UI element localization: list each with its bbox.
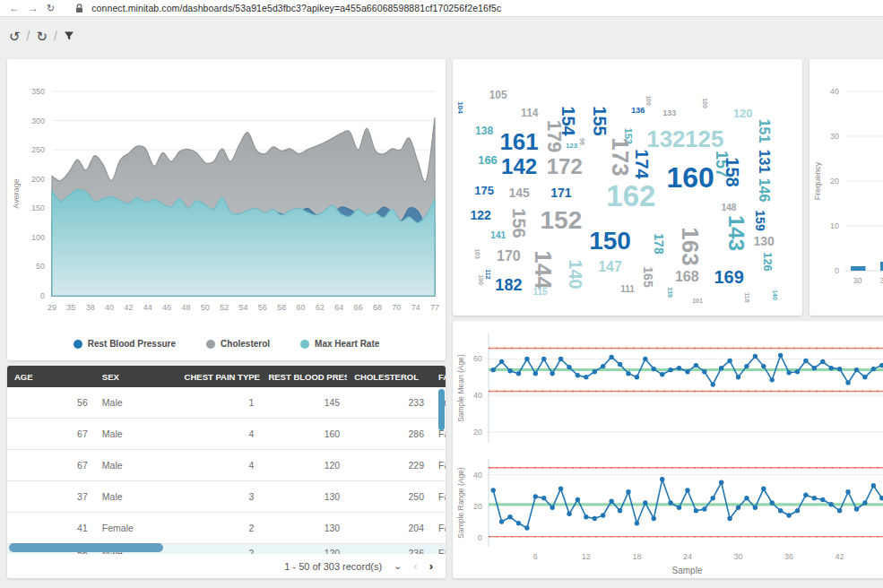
toolbar-separator: / [54,29,57,43]
table-cell: 120 [261,460,347,471]
wordcloud-word[interactable]: 122 [471,209,491,221]
wordcloud-word[interactable]: 169 [714,268,743,286]
wordcloud-word[interactable]: 101 [692,297,703,303]
wordcloud-word[interactable]: 103 [474,249,480,260]
wordcloud-word[interactable]: 172 [547,156,583,177]
refresh-icon[interactable]: ↻ [36,30,48,43]
wordcloud-word[interactable]: 115 [532,288,547,297]
wordcloud-word[interactable]: 126 [762,252,774,272]
data-table-panel[interactable]: AGESEXCHEST PAIN TYPEREST BLOOD PRESS...… [7,366,446,578]
wordcloud-word[interactable]: 142 [501,156,537,177]
table-header-cell[interactable]: FAS... [431,372,446,382]
frequency-histogram-panel[interactable]: 010203040Frequency303438 [809,59,883,316]
xbar-r-chart-panel[interactable]: 204060Sample Mean (Age) 02040Sample Rang… [453,321,883,578]
sample-mean-chart[interactable]: 204060Sample Mean (Age) [453,324,883,450]
filter-icon[interactable] [64,30,74,43]
wordcloud-word[interactable]: 155 [591,106,609,135]
url-text[interactable]: connect.minitab.com/dashboards/53a91e5d3… [91,3,501,13]
wordcloud-word[interactable]: 174 [633,150,651,179]
wordcloud-word[interactable]: 173 [609,137,632,176]
wordcloud-word[interactable]: 175 [474,184,494,195]
wordcloud-word[interactable]: 133 [662,109,676,117]
wordcloud-word[interactable]: 171 [550,186,571,199]
wordcloud-word[interactable]: 158 [723,157,741,186]
table-header-cell[interactable]: REST BLOOD PRESS... [261,372,347,382]
wordcloud-word[interactable]: 163 [679,227,702,265]
history-icon[interactable]: ↺ [9,30,21,43]
back-icon[interactable]: ← [9,3,20,13]
wordcloud-word[interactable]: 96 [579,138,585,145]
wordcloud-word[interactable]: 112 [485,270,491,280]
wordcloud-word[interactable]: 182 [495,277,522,293]
wordcloud-word[interactable]: 120 [733,108,753,119]
wordcloud-word[interactable]: 100 [645,95,652,106]
svg-text:40: 40 [473,391,482,400]
legend-item[interactable]: Rest Blood Pressure [74,339,176,349]
wordcloud-word[interactable]: 156 [510,208,528,238]
wordcloud-word[interactable]: 140 [567,260,584,290]
table-header-cell[interactable]: SEX [95,372,177,382]
wordcloud-word[interactable]: 166 [478,153,498,165]
wordcloud-word[interactable]: 114 [521,108,538,118]
wordcloud-word[interactable]: 161 [499,130,538,153]
table-header-cell[interactable]: AGE [7,372,95,382]
table-cell: 3 [177,491,262,502]
wordcloud-word[interactable]: 160 [666,163,714,192]
previous-page-icon[interactable]: ‹ [413,559,417,573]
wordcloud-word[interactable]: 111 [620,285,635,294]
wordcloud-word[interactable]: 138 [475,125,493,136]
svg-text:350: 350 [31,87,45,96]
table-row[interactable]: 56Male1145233Tr [7,387,446,419]
wordcloud-word[interactable]: 148 [722,203,737,212]
sample-range-chart[interactable]: 02040Sample Range (Age)6121824303642Samp… [453,450,883,577]
wordcloud-word[interactable]: 131 [757,150,771,174]
forward-icon[interactable]: → [28,3,39,13]
reload-icon[interactable]: ↻ [47,4,55,13]
table-row[interactable]: 41Female2130204Fa [7,513,446,544]
wordcloud-word[interactable]: 132 [646,127,685,151]
average-area-chart-panel[interactable]: 050100150200250300350Average293538404244… [7,59,446,360]
wordcloud-word[interactable]: 140 [771,290,777,300]
table-header-cell[interactable]: CHOLESTEROL [347,372,431,382]
wordcloud-word[interactable]: 152 [541,208,583,233]
wordcloud-word[interactable]: 143 [725,215,747,251]
table-row[interactable]: 67Male4160286Fa [7,419,446,450]
wordcloud-word[interactable]: 136 [631,107,645,115]
next-page-icon[interactable]: › [429,559,433,573]
area-chart[interactable]: 050100150200250300350Average293538404244… [7,59,446,333]
wordcloud-word[interactable]: 147 [598,260,622,274]
wordcloud-word[interactable]: 141 [490,231,506,240]
page-size-dropdown-icon[interactable]: ⌄ [394,560,402,572]
wordcloud-word[interactable]: 105 [489,90,507,100]
legend-item[interactable]: Cholesterol [206,339,270,349]
wordcloud-word[interactable]: 125 [685,127,723,151]
wordcloud-word[interactable]: 159 [754,210,766,230]
legend-item[interactable]: Max Heart Rate [300,339,379,349]
wordcloud-word[interactable]: 104 [456,102,463,114]
wordcloud-word[interactable]: 178 [653,233,665,254]
wordcloud-word[interactable]: 145 [508,186,529,199]
wordcloud-word[interactable]: 146 [757,178,771,203]
wordcloud-word[interactable]: 123 [566,143,577,150]
wordcloud-word[interactable]: 100 [478,274,484,285]
wordcloud-word[interactable]: 170 [497,249,521,264]
histogram-chart[interactable]: 010203040Frequency303438 [809,59,883,312]
table-row[interactable]: 37Male3130250Fa [7,481,446,513]
wordcloud-word[interactable]: 116 [743,292,749,302]
table-header-cell[interactable]: CHEST PAIN TYPE [177,372,262,382]
age-wordcloud-panel[interactable]: 1041051141381611791549612315515317317413… [453,59,802,316]
wordcloud-word[interactable]: 139 [666,287,672,298]
wordcloud-word[interactable]: 150 [589,229,631,254]
wordcloud-word[interactable]: 144 [532,250,555,289]
wordcloud-word[interactable]: 162 [606,180,655,210]
horizontal-scrollbar-thumb[interactable] [9,543,163,552]
wordcloud-word[interactable]: 168 [675,270,699,284]
wordcloud-word[interactable]: 151 [757,119,771,143]
table-row[interactable]: 67Male4120229Fa [7,450,446,481]
wordcloud-word[interactable]: 165 [642,266,654,287]
wordcloud-word[interactable]: 130 [753,235,774,247]
wordcloud-word[interactable]: 154 [559,106,577,135]
vertical-scrollbar-thumb[interactable] [438,389,445,430]
wordcloud-word[interactable]: 100 [701,98,707,108]
svg-text:Sample Mean (Age): Sample Mean (Age) [456,354,465,422]
